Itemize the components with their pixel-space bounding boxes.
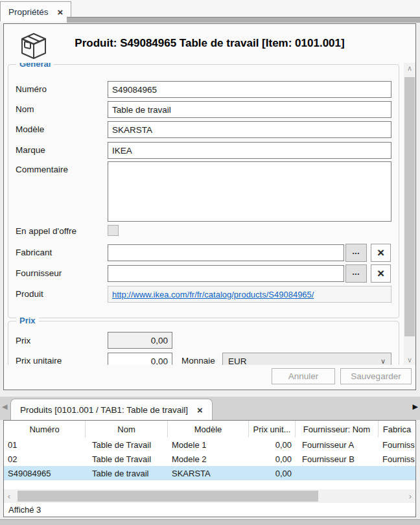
horizontal-scrollbar-thumb[interactable] xyxy=(18,491,318,502)
cell-modele: Modele 1 xyxy=(168,438,249,452)
column-header-fournisseur[interactable]: Fournisseur: Nom xyxy=(296,421,379,438)
modele-label: Modèle xyxy=(16,124,44,134)
nom-input[interactable] xyxy=(108,101,391,118)
groupbox-general-legend: Général xyxy=(16,63,54,69)
horizontal-scrollbar[interactable]: ‹ › xyxy=(4,489,415,503)
numero-label: Numéro xyxy=(16,84,47,94)
cell-nom: Table de Travail xyxy=(86,438,168,452)
status-text: Affiché 3 xyxy=(8,505,41,515)
prix-label: Prix xyxy=(16,336,30,345)
fournisseur-label: Fournisseur xyxy=(16,268,62,278)
tab-proprietes[interactable]: Propriétés × xyxy=(0,1,71,21)
chevron-down-icon: ∨ xyxy=(380,357,386,366)
column-header-modele[interactable]: Modèle xyxy=(168,421,249,438)
tab-produits[interactable]: Produits [0101.001 / TAB1: Table de trav… xyxy=(10,399,213,420)
marque-input[interactable] xyxy=(108,142,391,159)
commentaire-label: Commentaire xyxy=(16,165,68,174)
cell-numero: 01 xyxy=(4,438,86,452)
appel-offre-label: En appel d'offre xyxy=(16,226,76,236)
column-header-nom[interactable]: Nom xyxy=(86,421,168,438)
cell-nom: Table de Travail xyxy=(86,452,168,466)
scroll-up-icon[interactable]: ∧ xyxy=(404,63,415,73)
close-icon[interactable]: × xyxy=(197,405,203,415)
cell-prix: 0,00 xyxy=(249,466,296,480)
produit-url-field: http://www.ikea.com/fr/fr/catalog/produc… xyxy=(108,286,391,303)
cell-fabricant: Fourniss xyxy=(379,438,415,452)
top-tab-bar: Propriétés × xyxy=(0,0,420,23)
modele-input[interactable] xyxy=(108,121,391,138)
prix-unitaire-label: Prix unitaire xyxy=(16,356,62,365)
products-table-panel: Numéro Nom Modèle Prix unit... Fournisse… xyxy=(3,420,416,517)
cell-numero: S49084965 xyxy=(4,466,86,480)
cell-fabricant: Fourniss xyxy=(379,452,415,466)
numero-input[interactable] xyxy=(108,81,391,98)
column-header-fabricant[interactable]: Fabrica xyxy=(379,421,415,438)
prix-unitaire-input[interactable] xyxy=(108,353,172,365)
groupbox-prix-legend: Prix xyxy=(16,316,39,325)
table-row[interactable]: 01 Table de Travail Modele 1 0,00 Fourni… xyxy=(4,438,415,452)
table-header-row: Numéro Nom Modèle Prix unit... Fournisse… xyxy=(4,421,415,438)
fournisseur-browse-button[interactable]: ••• xyxy=(345,264,367,283)
tab-scroll-left-icon[interactable]: ◀ xyxy=(2,403,7,410)
fournisseur-input[interactable] xyxy=(108,265,344,282)
vertical-scrollbar-thumb[interactable] xyxy=(404,77,415,336)
monnaie-value: EUR xyxy=(228,356,247,366)
cell-fabricant xyxy=(379,466,415,480)
cell-fournisseur: Fournisseur A xyxy=(296,438,379,452)
tab-scroll-right-icon[interactable]: ▶ xyxy=(413,403,418,410)
scroll-left-icon[interactable]: ‹ xyxy=(4,489,14,503)
nom-label: Nom xyxy=(16,104,34,114)
tabbar-strip xyxy=(67,17,420,23)
page-title: Produit: S49084965 Table de travail [Ite… xyxy=(4,37,415,50)
annuler-button[interactable]: Annuler xyxy=(272,368,335,384)
tab-produits-label: Produits [0101.001 / TAB1: Table de trav… xyxy=(20,405,188,415)
fournisseur-clear-button[interactable]: × xyxy=(371,264,391,283)
marque-label: Marque xyxy=(16,145,45,155)
monnaie-select[interactable]: EUR ∨ xyxy=(222,353,391,365)
close-icon[interactable]: × xyxy=(58,7,64,17)
cell-fournisseur: Fournisseur B xyxy=(296,452,379,466)
cell-prix: 0,00 xyxy=(249,452,296,466)
vertical-scrollbar[interactable]: ∧ ∨ xyxy=(404,63,415,365)
scroll-right-icon[interactable]: › xyxy=(405,489,415,503)
cell-numero: 02 xyxy=(4,452,86,466)
prix-input xyxy=(108,332,172,349)
scroll-down-icon[interactable]: ∨ xyxy=(404,355,415,365)
column-header-numero[interactable]: Numéro xyxy=(4,421,86,438)
monnaie-label: Monnaie xyxy=(181,356,215,365)
produit-url-link[interactable]: http://www.ikea.com/fr/fr/catalog/produc… xyxy=(112,290,314,299)
appel-offre-checkbox xyxy=(108,225,119,236)
commentaire-textarea[interactable] xyxy=(108,161,391,222)
fabricant-label: Fabricant xyxy=(16,248,52,257)
bottom-tab-bar: ◀ Produits [0101.001 / TAB1: Table de tr… xyxy=(0,397,420,420)
cell-prix: 0,00 xyxy=(249,438,296,452)
properties-panel: Produit: S49084965 Table de travail [Ite… xyxy=(3,23,416,390)
fabricant-clear-button[interactable]: × xyxy=(371,244,391,262)
table-row-selected[interactable]: S49084965 Table de travail SKARSTA 0,00 xyxy=(4,466,415,480)
tab-proprietes-label: Propriétés xyxy=(8,7,49,17)
fabricant-browse-button[interactable]: ••• xyxy=(345,244,367,262)
cell-modele: Modele 2 xyxy=(168,452,249,466)
sauvegarder-button[interactable]: Sauvegarder xyxy=(340,368,412,384)
column-header-prix[interactable]: Prix unit... xyxy=(249,421,296,438)
cell-nom: Table de travail xyxy=(86,466,168,480)
properties-scroll-area: Général Numéro Nom Modèle Marque Comment… xyxy=(5,63,402,365)
fabricant-input[interactable] xyxy=(108,244,344,261)
cell-fournisseur xyxy=(296,466,379,480)
produit-label: Produit xyxy=(16,289,43,299)
cell-modele: SKARSTA xyxy=(168,466,249,480)
table-row[interactable]: 02 Table de Travail Modele 2 0,00 Fourni… xyxy=(4,452,415,466)
bottom-strip xyxy=(0,519,420,525)
